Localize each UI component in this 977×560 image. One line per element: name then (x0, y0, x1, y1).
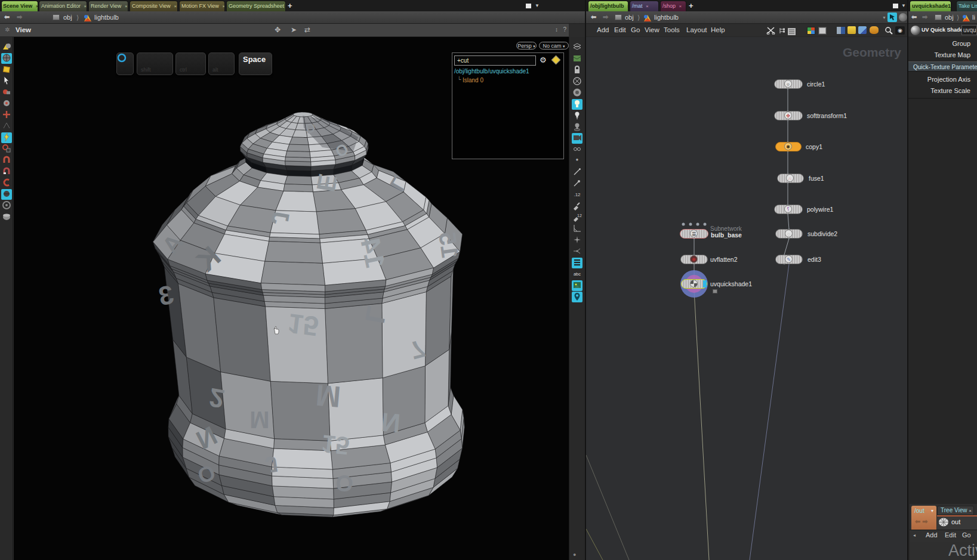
svg-text:M: M (249, 407, 269, 433)
svg-text:12: 12 (577, 214, 582, 218)
svg-text:O: O (335, 471, 353, 496)
svg-text:15: 15 (286, 308, 320, 342)
svg-text:15: 15 (434, 230, 464, 260)
svg-text:15: 15 (320, 429, 350, 460)
svg-text:M: M (315, 378, 342, 413)
svg-text:N: N (380, 407, 402, 438)
